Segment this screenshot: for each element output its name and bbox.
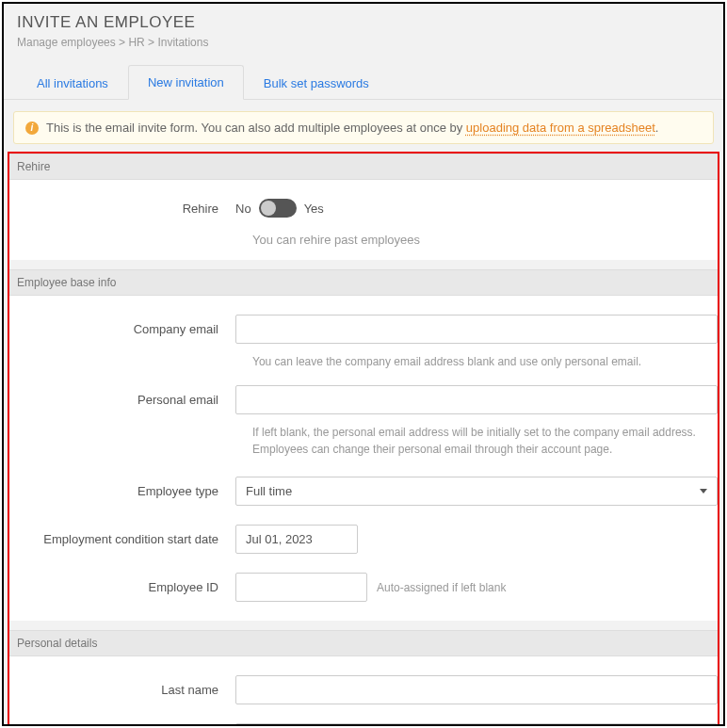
chevron-down-icon [700,489,707,493]
tab-all-invitations[interactable]: All invitations [17,66,128,100]
upload-spreadsheet-link[interactable]: uploading data from a spreadsheet [466,121,655,135]
section-header-base-info: Employee base info [9,269,718,296]
personal-email-label: Personal email [9,393,235,407]
notice-text-after: . [655,121,659,135]
notice-text-before: This is the email invite form. You can a… [46,121,466,135]
section-header-personal: Personal details [9,630,718,656]
employee-id-hint: Auto-assigned if left blank [377,581,506,594]
employee-type-value: Full time [246,484,292,498]
company-email-label: Company email [9,322,235,336]
rehire-yes-label: Yes [304,202,324,216]
rehire-help-text: You can rehire past employees [9,233,718,247]
first-name-input[interactable] [235,723,718,726]
employee-id-label: Employee ID [9,580,235,594]
tab-new-invitation[interactable]: New invitation [128,65,244,100]
personal-email-help: If left blank, the personal email addres… [9,424,718,458]
start-date-input[interactable] [235,525,358,554]
notice-text: This is the email invite form. You can a… [46,121,658,135]
employee-id-input[interactable] [235,573,367,602]
company-email-input[interactable] [235,315,718,344]
last-name-input[interactable] [235,675,718,704]
info-icon: i [25,121,39,135]
info-notice: i This is the email invite form. You can… [13,111,714,144]
rehire-label: Rehire [9,202,235,216]
section-header-rehire: Rehire [9,154,718,180]
personal-email-input[interactable] [235,385,718,414]
employee-type-select[interactable]: Full time [235,477,718,506]
last-name-label: Last name [9,683,235,697]
breadcrumb: Manage employees > HR > Invitations [17,36,710,49]
page-title: INVITE AN EMPLOYEE [17,13,710,32]
form-highlight-box: Rehire Rehire No Yes You can rehire past… [8,152,719,726]
rehire-toggle[interactable] [259,199,297,218]
company-email-help: You can leave the company email address … [9,353,718,370]
employee-type-label: Employee type [9,484,235,498]
tab-bulk-set-passwords[interactable]: Bulk set passwords [244,66,389,100]
rehire-no-label: No [235,202,251,216]
start-date-label: Employment condition start date [9,532,235,546]
tabs: All invitations New invitation Bulk set … [4,64,723,100]
